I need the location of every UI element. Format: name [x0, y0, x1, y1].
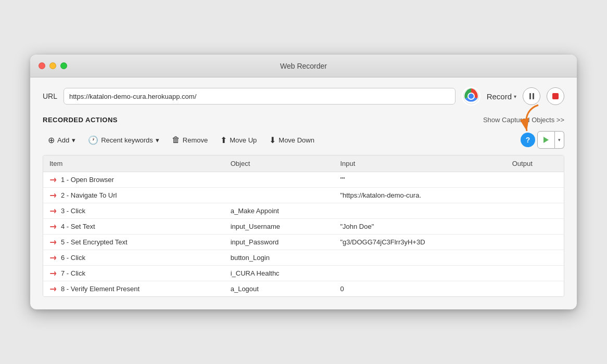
table-header-row: Item Object Input Output: [43, 155, 564, 172]
cell-output: [506, 235, 564, 250]
cell-item: 1 - Open Browser: [43, 172, 224, 188]
chrome-icon: [462, 87, 480, 106]
trash-icon: 🗑: [172, 135, 180, 145]
col-item: Item: [43, 155, 224, 172]
cell-object: a_Make Appoint: [224, 203, 334, 219]
item-text: 5 - Set Encrypted Text: [61, 238, 128, 246]
record-button[interactable]: Record ▾: [487, 92, 516, 101]
cell-item: 7 - Click: [43, 266, 224, 281]
cell-object: [224, 172, 334, 188]
record-label: Record: [487, 92, 512, 101]
cell-input: 0: [334, 281, 505, 297]
table-row[interactable]: 2 - Navigate To Url "https://katalon-dem…: [43, 188, 564, 203]
table-row[interactable]: 5 - Set Encrypted Text input_Password"g3…: [43, 235, 564, 250]
move-down-button[interactable]: ⬇ Move Down: [264, 133, 320, 148]
actions-table: Item Object Input Output 1 - Open Browse…: [43, 155, 564, 296]
recent-keywords-label: Recent keywords: [101, 136, 153, 144]
table-row[interactable]: 7 - Click i_CURA Healthc: [43, 266, 564, 281]
url-input[interactable]: [64, 88, 456, 105]
move-up-icon: ⬆: [220, 135, 227, 145]
play-icon: [543, 137, 549, 143]
cell-item: 2 - Navigate To Url: [43, 188, 224, 203]
delete-row-icon[interactable]: [49, 285, 57, 293]
cell-input: [334, 203, 505, 219]
pause-icon: [529, 93, 534, 99]
cell-object: input_Password: [224, 235, 334, 250]
cell-input: [334, 250, 505, 266]
item-text: 4 - Set Text: [61, 223, 95, 230]
titlebar: Web Recorder: [30, 55, 577, 77]
cell-output: [506, 250, 564, 266]
cell-object: button_Login: [224, 250, 334, 266]
recent-keywords-button[interactable]: 🕐 Recent keywords ▾: [83, 133, 165, 148]
content-area: URL Record ▾: [30, 77, 577, 309]
remove-button[interactable]: 🗑 Remove: [167, 133, 213, 147]
cell-output: [506, 172, 564, 188]
item-text: 7 - Click: [61, 269, 85, 277]
cell-input: "https://katalon-demo-cura.: [334, 188, 505, 203]
delete-row-icon[interactable]: [49, 254, 57, 262]
svg-point-3: [469, 94, 474, 99]
show-captured-objects-link[interactable]: Show Captured Objects >>: [483, 116, 564, 124]
play-button[interactable]: [537, 131, 555, 149]
cell-object: [224, 188, 334, 203]
main-window: Web Recorder URL: [30, 55, 577, 309]
stop-icon: [552, 93, 559, 99]
cell-item: 8 - Verify Element Present: [43, 281, 224, 297]
cell-output: [506, 188, 564, 203]
cell-item: 4 - Set Text: [43, 219, 224, 235]
col-input: Input: [334, 155, 505, 172]
item-text: 6 - Click: [61, 254, 85, 262]
help-button[interactable]: ?: [521, 133, 535, 147]
play-button-container: ▾: [537, 131, 564, 149]
delete-row-icon[interactable]: [49, 270, 57, 277]
table-row[interactable]: 1 - Open Browser "": [43, 172, 564, 188]
cell-input: "John Doe": [334, 219, 505, 235]
stop-button[interactable]: [547, 87, 564, 105]
record-dropdown-arrow: ▾: [514, 94, 516, 99]
cell-output: [506, 219, 564, 235]
cell-output: [506, 266, 564, 281]
table-row[interactable]: 4 - Set Text input_Username"John Doe": [43, 219, 564, 235]
recorded-actions-title: RECORDED ACTIONS: [43, 116, 118, 124]
table-row[interactable]: 6 - Click button_Login: [43, 250, 564, 266]
close-button[interactable]: [39, 62, 45, 69]
actions-table-container: Item Object Input Output 1 - Open Browse…: [43, 155, 564, 297]
delete-row-icon[interactable]: [49, 239, 57, 246]
item-text: 2 - Navigate To Url: [61, 191, 117, 199]
col-object: Object: [224, 155, 334, 172]
table-row[interactable]: 8 - Verify Element Present a_Logout0: [43, 281, 564, 297]
move-down-label: Move Down: [279, 136, 314, 144]
item-text: 3 - Click: [61, 207, 85, 215]
delete-row-icon[interactable]: [49, 223, 57, 230]
recent-keywords-arrow: ▾: [156, 136, 159, 144]
clock-icon: 🕐: [88, 135, 98, 145]
delete-row-icon[interactable]: [49, 192, 57, 199]
cell-output: [506, 281, 564, 297]
action-toolbar: ⊕ Add ▾ 🕐 Recent keywords ▾ 🗑 Remove ⬆ M…: [43, 131, 564, 149]
minimize-button[interactable]: [49, 62, 56, 69]
play-dropdown-button[interactable]: ▾: [555, 131, 564, 149]
delete-row-icon[interactable]: [49, 207, 57, 215]
delete-row-icon[interactable]: [49, 176, 57, 184]
col-output: Output: [506, 155, 564, 172]
cell-input: [334, 266, 505, 281]
maximize-button[interactable]: [60, 62, 67, 69]
cell-output: [506, 203, 564, 219]
url-label: URL: [43, 92, 57, 100]
add-button[interactable]: ⊕ Add ▾: [43, 133, 81, 148]
window-title: Web Recorder: [280, 62, 327, 70]
recorded-actions-header: RECORDED ACTIONS Show Captured Objects >…: [43, 116, 564, 124]
move-up-button[interactable]: ⬆ Move Up: [215, 133, 262, 148]
add-label: Add: [57, 136, 69, 144]
pause-button[interactable]: [523, 87, 540, 105]
window-controls: [39, 62, 67, 69]
cell-item: 6 - Click: [43, 250, 224, 266]
table-row[interactable]: 3 - Click a_Make Appoint: [43, 203, 564, 219]
item-text: 8 - Verify Element Present: [61, 285, 140, 293]
cell-object: a_Logout: [224, 281, 334, 297]
url-row: URL Record ▾: [43, 87, 564, 106]
cell-input: "g3/DOGG74jC3Flrr3yH+3D: [334, 235, 505, 250]
move-down-icon: ⬇: [269, 135, 276, 145]
cell-item: 5 - Set Encrypted Text: [43, 235, 224, 250]
